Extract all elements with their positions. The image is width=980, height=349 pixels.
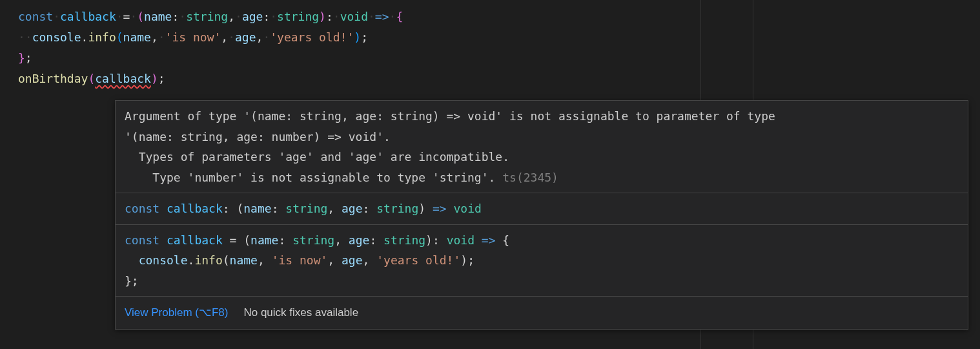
- tooltip-footer: View Problem (⌥F8) No quick fixes availa…: [116, 297, 968, 329]
- error-code: ts(2345): [502, 171, 558, 184]
- code-line: ··console.info(name,·'is now',·age,·'yea…: [18, 27, 980, 48]
- tooltip-signature: const callback: (name: string, age: stri…: [116, 193, 968, 225]
- code-editor[interactable]: const·callback·=·(name:·string,·age:·str…: [0, 0, 980, 89]
- code-line: onBirthday(callback);: [18, 69, 980, 89]
- code-line: };: [18, 48, 980, 69]
- code-line: const·callback·=·(name:·string,·age:·str…: [18, 6, 980, 27]
- error-token: callback: [95, 72, 151, 85]
- no-quick-fix-label: No quick fixes available: [243, 303, 358, 323]
- tooltip-error-message: Argument of type '(name: string, age: st…: [116, 101, 968, 193]
- tooltip-definition: const callback = (name: string, age: str…: [116, 225, 968, 297]
- hover-tooltip: Argument of type '(name: string, age: st…: [115, 100, 968, 330]
- view-problem-link[interactable]: View Problem (⌥F8): [125, 303, 228, 323]
